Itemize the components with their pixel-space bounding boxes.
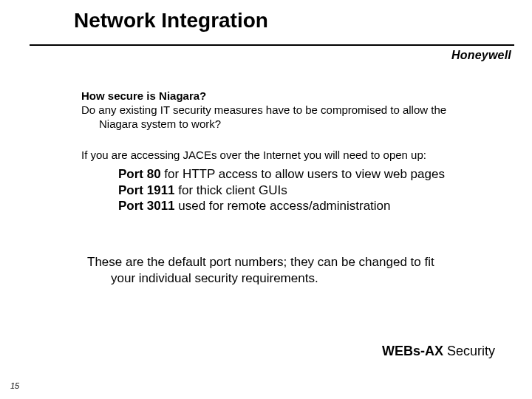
footer-label: WEBs-AX Security (382, 344, 495, 359)
footer-bold: WEBs-AX (382, 344, 443, 358)
slide: Network Integration Honeywell How secure… (0, 0, 532, 399)
port-label: Port 80 (118, 167, 161, 181)
page-number: 15 (10, 381, 19, 390)
note-line1: These are the default port numbers; they… (87, 255, 434, 269)
port-desc: for thick client GUIs (175, 183, 287, 197)
port-label: Port 3011 (118, 199, 175, 213)
brand-logo: Honeywell (451, 49, 511, 62)
port-desc: used for remote access/administration (175, 199, 391, 213)
note-text: These are the default port numbers; they… (87, 254, 498, 287)
divider-line (30, 44, 514, 46)
body-content: How secure is Niagara? Do any existing I… (81, 89, 510, 214)
slide-title: Network Integration (74, 9, 268, 33)
port-desc: for HTTP access to allow users to view w… (161, 167, 445, 181)
question-1: How secure is Niagara? (81, 89, 510, 103)
port-item: Port 80 for HTTP access to allow users t… (118, 166, 510, 183)
port-label: Port 1911 (118, 183, 175, 197)
question-2: Do any existing IT security measures hav… (81, 103, 510, 131)
footer-rest: Security (443, 344, 495, 358)
port-item: Port 3011 used for remote access/adminis… (118, 198, 510, 214)
ports-list: Port 80 for HTTP access to allow users t… (81, 166, 510, 214)
question-2-line1: Do any existing IT security measures hav… (81, 103, 446, 116)
intro-text: If you are accessing JACEs over the Inte… (81, 148, 510, 162)
port-item: Port 1911 for thick client GUIs (118, 183, 510, 199)
note-line2: your individual security requirements. (87, 270, 498, 287)
question-2-line2: Niagara system to work? (81, 117, 510, 131)
